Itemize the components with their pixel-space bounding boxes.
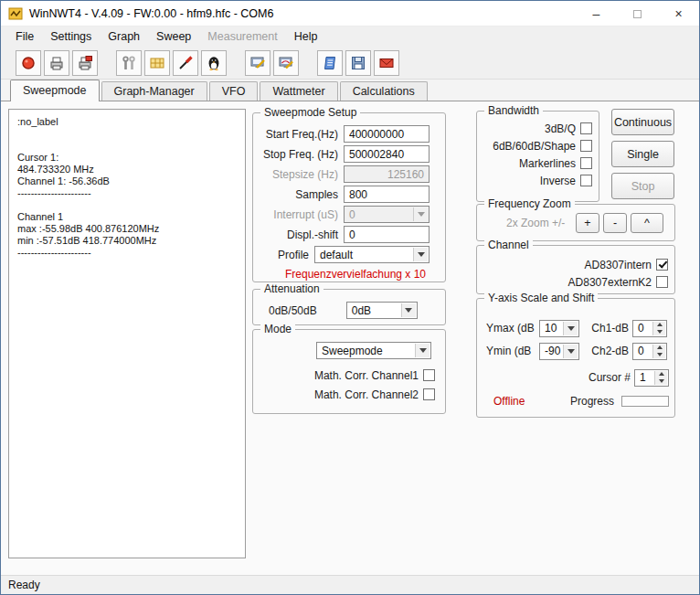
tools-icon [121, 55, 137, 71]
single-button[interactable]: Single [611, 141, 674, 167]
toolbar-button-document[interactable] [317, 50, 343, 76]
toolbar-button-exit[interactable] [374, 50, 399, 76]
ad8307intern-checkbox[interactable] [656, 259, 668, 271]
attenuation-select[interactable]: 0dB [346, 302, 418, 319]
maximize-icon [633, 10, 642, 18]
inverse-label: Inverse [540, 175, 576, 187]
frequency-multiplier-note: Frequenzvervielfachung x 10 [253, 268, 445, 281]
toolbar-button-print-graph[interactable] [72, 50, 98, 76]
displ-shift-label: Displ.-shift [287, 228, 338, 241]
zoom-up-button[interactable]: ^ [631, 213, 663, 233]
spin-up-icon[interactable] [655, 371, 667, 378]
spin-up-icon[interactable] [653, 345, 665, 352]
spin-buttons[interactable] [652, 345, 665, 358]
ch2-db-spinner[interactable]: 0 [632, 343, 667, 360]
markerlines-checkbox[interactable] [580, 157, 592, 169]
ad8307externk2-checkbox[interactable] [656, 276, 668, 288]
ch1-db-spinner[interactable]: 0 [632, 320, 667, 337]
profile-value: default [320, 249, 353, 261]
ymax-value: 10 [545, 322, 557, 335]
zoom-in-button[interactable]: + [576, 213, 599, 233]
spin-down-icon[interactable] [653, 328, 665, 335]
ymin-select[interactable]: -90 [539, 343, 579, 360]
spin-up-icon[interactable] [653, 322, 665, 329]
toolbar-button-tools[interactable] [116, 50, 142, 76]
math-corr-ch1-checkbox[interactable] [423, 369, 435, 381]
offline-status: Offline [493, 395, 525, 408]
stepsize-input [344, 165, 430, 183]
yaxis-title: Y-axis Scale and Shift [484, 292, 598, 304]
app-icon [8, 6, 23, 21]
displ-shift-input[interactable] [344, 226, 430, 243]
continuous-button[interactable]: Continuous [611, 109, 674, 135]
inverse-checkbox[interactable] [580, 175, 592, 186]
bandwidth-3db-checkbox[interactable] [580, 122, 592, 134]
samples-input[interactable] [344, 186, 430, 203]
bandwidth-title: Bandwidth [484, 104, 543, 117]
ch1-db-value: 0 [638, 322, 644, 335]
stop-freq-row: Stop Freq. (Hz) [253, 144, 430, 164]
toolbar-button-grid[interactable] [144, 50, 170, 76]
tabbar: Sweepmode Graph-Manager VFO Wattmeter Ca… [1, 80, 699, 101]
menu-settings[interactable]: Settings [42, 28, 100, 45]
math-corr-ch2-checkbox[interactable] [423, 388, 435, 400]
grid-icon [149, 55, 165, 71]
bandwidth-6db-checkbox[interactable] [580, 140, 592, 152]
ch2-db-label: Ch2-dB [590, 345, 629, 357]
spin-buttons[interactable] [654, 371, 667, 385]
tab-calculations[interactable]: Calculations [340, 81, 428, 101]
tab-vfo[interactable]: VFO [209, 81, 259, 101]
toolbar-separator [229, 50, 245, 76]
ad8307externk2-row: AD8307externK2 [477, 273, 668, 291]
toolbar-button-save[interactable] [345, 50, 371, 76]
attenuation-title: Attenuation [260, 282, 323, 295]
cursor-number-spinner[interactable]: 1 [634, 369, 669, 387]
print-icon [48, 55, 65, 71]
display-edit-icon [249, 55, 266, 71]
toolbar-button-probe[interactable] [173, 50, 198, 76]
math-corr-ch2-row: Math. Corr. Channel2 [253, 385, 435, 404]
minimize-icon: – [593, 6, 600, 21]
toolbar-button-power[interactable] [16, 50, 41, 76]
toolbar-button-print[interactable] [44, 50, 69, 76]
minimize-button[interactable]: – [576, 1, 617, 27]
ch2-db-value: 0 [638, 345, 644, 357]
toolbar-button-display-edit2[interactable] [273, 50, 299, 76]
sweepmode-setup-group: Sweepmode Setup Start Freq.(Hz) Stop Fre… [252, 112, 446, 282]
zoom-out-button[interactable]: - [603, 213, 627, 233]
toolbar-separator [101, 50, 116, 76]
profile-select[interactable]: default [314, 246, 430, 263]
menu-graph[interactable]: Graph [100, 28, 148, 45]
tab-wattmeter[interactable]: Wattmeter [260, 81, 337, 101]
sweepmode-setup-title: Sweepmode Setup [260, 106, 360, 119]
maximize-button[interactable] [617, 1, 658, 27]
spin-buttons[interactable] [652, 322, 665, 335]
ymax-select[interactable]: 10 [539, 320, 579, 337]
chevron-down-icon [413, 207, 428, 221]
spin-down-icon[interactable] [653, 351, 665, 358]
spin-down-icon[interactable] [655, 377, 667, 385]
start-freq-input[interactable] [344, 125, 430, 143]
bandwidth-group: Bandwidth 3dB/Q 6dB/60dB/Shape Markerlin… [476, 111, 599, 202]
menu-sweep[interactable]: Sweep [148, 28, 199, 45]
math-corr-ch1-label: Math. Corr. Channel1 [314, 369, 419, 382]
menu-help[interactable]: Help [286, 28, 326, 45]
bandwidth-3db-row: 3dB/Q [477, 120, 592, 137]
toolbar [1, 47, 699, 80]
penguin-icon [206, 55, 222, 71]
toolbar-button-display-edit[interactable] [245, 50, 270, 76]
tab-sweepmode[interactable]: Sweepmode [10, 80, 100, 101]
ad8307intern-label: AD8307intern [585, 259, 652, 271]
close-button[interactable]: × [658, 1, 699, 27]
stop-freq-input[interactable] [344, 145, 430, 163]
interrupt-select: 0 [344, 206, 430, 223]
toolbar-button-linux[interactable] [201, 50, 227, 76]
tab-graph-manager[interactable]: Graph-Manager [101, 81, 207, 101]
chevron-down-icon [413, 248, 428, 261]
mode-select[interactable]: Sweepmode [316, 342, 431, 359]
menu-file[interactable]: File [7, 28, 42, 45]
bandwidth-3db-label: 3dB/Q [545, 122, 576, 135]
chevron-down-icon [401, 303, 416, 317]
attenuation-label: 0dB/50dB [269, 304, 317, 317]
frequency-zoom-group: Frequency Zoom 2x Zoom +/- + - ^ [476, 204, 675, 241]
